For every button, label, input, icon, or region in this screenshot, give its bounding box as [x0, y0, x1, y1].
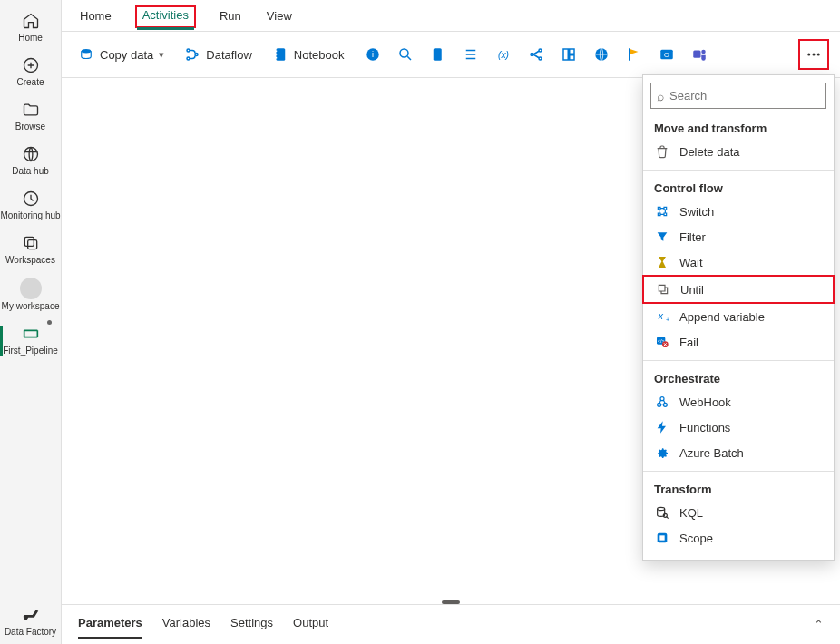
svg-rect-11	[275, 54, 277, 55]
activity-switch[interactable]: Switch	[643, 199, 834, 224]
nav-create[interactable]: Create	[0, 50, 61, 94]
search-field-wrap[interactable]: ⌕	[650, 83, 826, 109]
folder-icon	[21, 100, 41, 120]
svg-point-29	[807, 54, 810, 56]
hourglass-icon	[654, 254, 670, 270]
nav-workspaces[interactable]: Workspaces	[0, 228, 61, 272]
svg-rect-16	[433, 48, 441, 61]
svg-text:(x): (x)	[497, 50, 508, 60]
tab-activities[interactable]: Activities	[135, 5, 196, 28]
plus-circle-icon	[21, 55, 41, 75]
notebook-icon	[272, 46, 288, 63]
section-control-flow: Control flow	[643, 176, 834, 199]
activity-until[interactable]: Until	[642, 275, 835, 304]
flag-icon[interactable]	[626, 46, 642, 63]
svg-point-20	[539, 57, 542, 60]
data-hub-icon	[21, 144, 41, 164]
outlook-icon[interactable]: O	[659, 46, 675, 63]
activity-webhook[interactable]: WebHook	[643, 389, 834, 415]
svg-point-31	[817, 54, 820, 56]
tab-run[interactable]: Run	[218, 7, 243, 28]
copy-data-label: Copy data	[100, 48, 153, 62]
svg-point-18	[531, 54, 533, 56]
tab-parameters[interactable]: Parameters	[78, 614, 142, 635]
nav-my-workspace[interactable]: My workspace	[0, 272, 61, 318]
nav-browse[interactable]: Browse	[0, 94, 61, 139]
activity-kql[interactable]: KQL	[643, 500, 834, 525]
activity-scope[interactable]: Scope	[643, 525, 834, 551]
tab-view[interactable]: View	[265, 7, 294, 28]
svg-rect-23	[569, 55, 573, 60]
script-icon[interactable]	[430, 46, 446, 63]
activity-label: Fail	[679, 336, 823, 349]
functions-icon	[654, 419, 670, 435]
copy-data-button[interactable]: Copy data ▾	[73, 43, 170, 66]
svg-point-7	[187, 57, 190, 60]
search-icon: ⌕	[657, 89, 664, 103]
search-icon[interactable]	[397, 46, 414, 63]
gear-icon	[654, 444, 670, 461]
activity-filter[interactable]: Filter	[643, 224, 834, 249]
switch-icon	[654, 203, 670, 220]
activity-azure-batch[interactable]: Azure Batch	[643, 440, 834, 465]
activity-wait[interactable]: Wait	[643, 249, 834, 275]
svg-rect-9	[276, 48, 285, 61]
tab-output[interactable]: Output	[293, 614, 328, 635]
toolbar: Copy data ▾ Dataflow Notebook i (x)	[62, 32, 840, 78]
svg-text:x: x	[658, 311, 664, 321]
info-icon[interactable]: i	[365, 46, 381, 63]
copy-data-icon	[78, 46, 94, 63]
variable-icon[interactable]: (x)	[495, 46, 512, 63]
dataflow-icon	[184, 46, 200, 63]
globe-icon[interactable]	[593, 46, 610, 63]
activities-panel: ⌕ Move and transform Delete data Control…	[642, 74, 835, 561]
search-input[interactable]	[669, 85, 822, 106]
kql-icon	[654, 504, 670, 521]
activity-fail[interactable]: </> Fail	[643, 329, 834, 355]
svg-point-8	[195, 54, 198, 56]
append-variable-icon: x+	[654, 308, 670, 325]
nav-data-hub[interactable]: Data hub	[0, 139, 61, 183]
template-icon[interactable]	[561, 46, 577, 63]
nav-data-factory[interactable]: Data Factory	[0, 600, 61, 644]
activity-label: Azure Batch	[679, 446, 823, 460]
trash-icon	[654, 143, 670, 160]
ribbon-tabs: Home Activities Run View	[62, 0, 840, 32]
svg-rect-10	[275, 51, 277, 53]
svg-point-6	[187, 49, 190, 52]
nav-home[interactable]: Home	[0, 5, 61, 50]
filter-icon	[654, 229, 670, 245]
section-orchestrate: Orchestrate	[643, 366, 834, 389]
connector-icon[interactable]	[528, 46, 544, 63]
resize-handle[interactable]	[442, 600, 460, 604]
more-icon	[806, 46, 822, 63]
more-activities-button[interactable]	[798, 39, 829, 70]
teams-icon[interactable]	[691, 46, 708, 63]
home-icon	[21, 11, 41, 31]
svg-text:+: +	[666, 316, 669, 324]
tab-settings[interactable]: Settings	[230, 614, 273, 635]
activity-delete-data[interactable]: Delete data	[643, 139, 834, 164]
expand-panel-button[interactable]: ⌃	[814, 618, 824, 631]
tab-home[interactable]: Home	[78, 7, 113, 28]
activity-functions[interactable]: Functions	[643, 415, 834, 440]
tab-variables[interactable]: Variables	[162, 614, 210, 635]
list-icon[interactable]	[463, 46, 479, 63]
svg-rect-21	[563, 49, 568, 60]
svg-rect-27	[693, 51, 700, 58]
activity-append-variable[interactable]: x+ Append variable	[643, 304, 834, 329]
webhook-icon	[654, 394, 670, 410]
svg-rect-12	[275, 57, 277, 59]
bottom-panel-tabs: Parameters Variables Settings Output ⌃	[62, 604, 840, 644]
activity-label: Until	[680, 283, 822, 297]
svg-point-5	[82, 49, 92, 54]
nav-first-pipeline[interactable]: First_Pipeline	[0, 318, 61, 363]
data-factory-icon	[21, 605, 41, 625]
dataflow-button[interactable]: Dataflow	[179, 43, 258, 66]
notebook-button[interactable]: Notebook	[267, 43, 350, 66]
dataflow-label: Dataflow	[206, 48, 252, 62]
activity-label: Wait	[679, 256, 823, 269]
left-nav-rail: Home Create Browse Data hub Monitoring h…	[0, 0, 62, 644]
svg-point-40	[658, 507, 665, 510]
nav-monitoring-hub[interactable]: Monitoring hub	[0, 183, 61, 228]
